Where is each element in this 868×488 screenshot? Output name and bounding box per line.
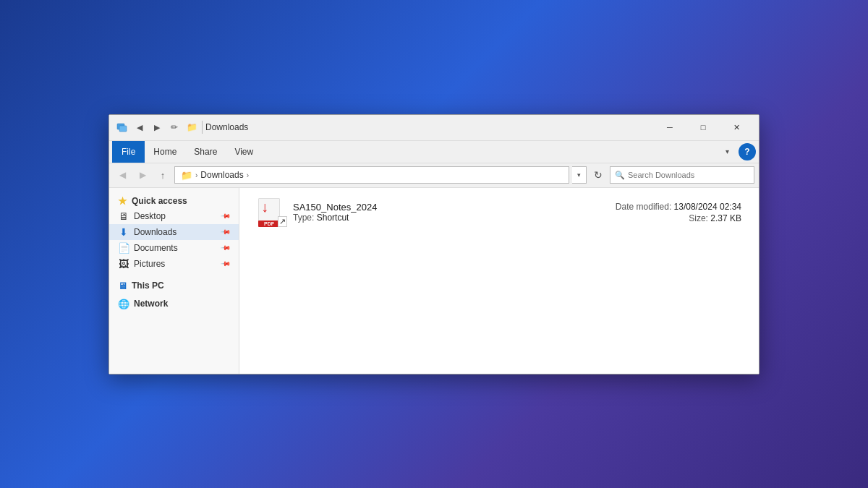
pdf-arrow-icon: ↓ xyxy=(261,199,268,215)
ribbon: File Home Share View ▾ ? xyxy=(109,141,759,163)
sidebar: ★ Quick access 🖥 Desktop 📌 ⬇ Downloads 📌… xyxy=(109,188,239,374)
desktop-icon: 🖥 xyxy=(118,210,129,222)
up-button[interactable]: ↑ xyxy=(154,166,171,184)
pictures-label: Pictures xyxy=(134,259,165,269)
sidebar-item-pictures[interactable]: 🖼 Pictures 📌 xyxy=(109,256,239,272)
pictures-icon: 🖼 xyxy=(118,258,129,270)
refresh-button[interactable]: ↻ xyxy=(590,166,607,184)
address-path[interactable]: 📁 › Downloads › xyxy=(174,166,569,184)
file-item[interactable]: ↓ PDF ↗ SA150_Notes_2024 Type: Shortcut … xyxy=(251,194,747,231)
title-bar-icons: ◀ ▶ ✏ 📁 xyxy=(115,120,199,134)
forward-quick-btn[interactable]: ▶ xyxy=(150,120,164,134)
file-type: Type: Shortcut xyxy=(293,213,608,223)
search-icon: 🔍 xyxy=(615,171,625,180)
desktop-label: Desktop xyxy=(134,211,166,221)
back-button[interactable]: ◀ xyxy=(114,166,131,184)
date-value: 13/08/2024 02:34 xyxy=(674,202,741,212)
svg-rect-1 xyxy=(119,126,127,132)
size-value: 2.37 KB xyxy=(710,213,741,223)
size-label: Size: xyxy=(689,213,708,223)
help-button[interactable]: ? xyxy=(739,143,756,160)
window-controls: ─ □ ✕ xyxy=(653,114,753,140)
pictures-pin-icon: 📌 xyxy=(221,258,231,269)
path-arrow2: › xyxy=(247,171,249,179)
downloads-label: Downloads xyxy=(134,227,176,237)
file-info: SA150_Notes_2024 Type: Shortcut xyxy=(293,202,608,223)
pencil-quick-btn[interactable]: ✏ xyxy=(167,120,182,134)
file-icon-wrap: ↓ PDF ↗ xyxy=(257,198,286,227)
file-area: ↓ PDF ↗ SA150_Notes_2024 Type: Shortcut … xyxy=(239,188,759,374)
path-dropdown-button[interactable]: ▾ xyxy=(572,166,587,184)
address-bar: ◀ ▶ ↑ 📁 › Downloads › ▾ ↻ 🔍 xyxy=(109,163,759,188)
title-separator xyxy=(202,121,203,134)
window-title: Downloads xyxy=(205,122,653,132)
sidebar-item-documents[interactable]: 📄 Documents 📌 xyxy=(109,240,239,256)
file-meta-size: Size: 2.37 KB xyxy=(616,213,741,223)
this-pc-label: This PC xyxy=(132,281,164,291)
desktop-pin-icon: 📌 xyxy=(221,210,231,221)
main-content: ★ Quick access 🖥 Desktop 📌 ⬇ Downloads 📌… xyxy=(109,188,759,374)
file-name: SA150_Notes_2024 xyxy=(293,202,608,213)
sidebar-item-downloads[interactable]: ⬇ Downloads 📌 xyxy=(109,224,239,240)
this-pc-section[interactable]: 🖥 This PC xyxy=(109,278,239,293)
close-button[interactable]: ✕ xyxy=(720,114,753,140)
folder-quick-btn[interactable]: 📁 xyxy=(184,120,199,134)
network-label: Network xyxy=(134,299,168,309)
forward-button[interactable]: ▶ xyxy=(134,166,151,184)
path-arrow1: › xyxy=(195,171,197,179)
search-input[interactable] xyxy=(628,171,749,179)
quick-access-icon: ★ xyxy=(118,195,127,207)
window-icon xyxy=(115,120,129,134)
network-icon: 🌐 xyxy=(118,299,129,309)
date-label: Date modified: xyxy=(616,202,671,212)
search-box: 🔍 xyxy=(610,166,754,184)
documents-label: Documents xyxy=(134,243,178,253)
sidebar-item-desktop[interactable]: 🖥 Desktop 📌 xyxy=(109,208,239,224)
back-quick-btn[interactable]: ◀ xyxy=(132,120,147,134)
type-label: Type: xyxy=(293,213,314,223)
path-folder-icon: 📁 xyxy=(181,170,192,181)
ribbon-collapse-icon[interactable]: ▾ xyxy=(718,143,736,160)
minimize-button[interactable]: ─ xyxy=(653,114,686,140)
documents-icon: 📄 xyxy=(118,242,129,254)
title-bar: ◀ ▶ ✏ 📁 Downloads ─ □ ✕ xyxy=(109,115,759,141)
file-explorer-window: ◀ ▶ ✏ 📁 Downloads ─ □ ✕ File Home Share … xyxy=(109,114,760,374)
shortcut-overlay-icon: ↗ xyxy=(278,216,287,227)
thispc-icon: 🖥 xyxy=(118,281,127,291)
pdf-badge: PDF xyxy=(258,221,280,227)
tab-file[interactable]: File xyxy=(112,141,145,163)
downloads-pin-icon: 📌 xyxy=(221,226,231,237)
type-value: Shortcut xyxy=(317,213,349,223)
file-meta: Date modified: 13/08/2024 02:34 Size: 2.… xyxy=(616,202,741,223)
pdf-file-icon: ↓ PDF ↗ xyxy=(258,198,284,227)
ribbon-tabs: File Home Share View ▾ ? xyxy=(109,141,759,163)
tab-view[interactable]: View xyxy=(226,141,262,163)
quick-access-section[interactable]: ★ Quick access xyxy=(109,192,239,208)
maximize-button[interactable]: □ xyxy=(686,114,720,140)
documents-pin-icon: 📌 xyxy=(221,242,231,253)
tab-share[interactable]: Share xyxy=(185,141,226,163)
path-downloads: Downloads xyxy=(200,170,243,180)
quick-access-label: Quick access xyxy=(132,196,187,206)
tab-home[interactable]: Home xyxy=(145,141,185,163)
downloads-icon: ⬇ xyxy=(118,226,129,238)
file-meta-date: Date modified: 13/08/2024 02:34 xyxy=(616,202,741,212)
network-section[interactable]: 🌐 Network xyxy=(109,296,239,311)
